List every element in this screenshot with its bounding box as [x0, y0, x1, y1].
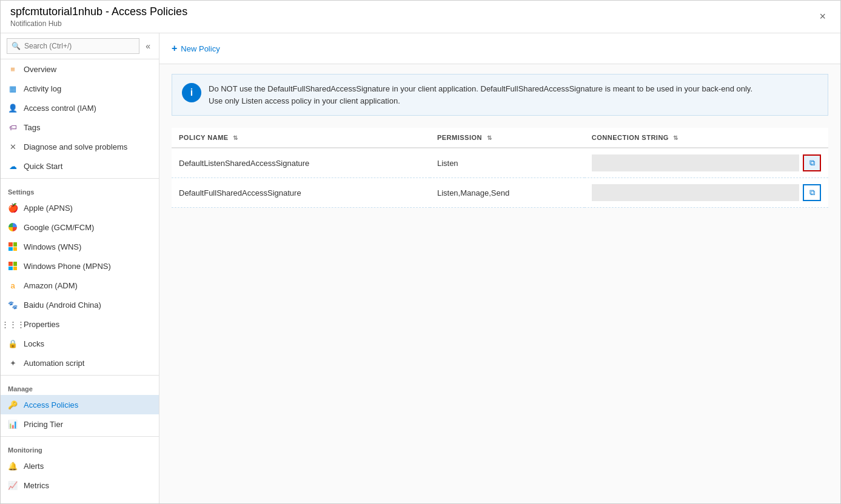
policy-name-cell-1: DefaultListenSharedAccessSignature	[172, 148, 430, 178]
sidebar-item-baidu[interactable]: 🐾 Baidu (Android China)	[1, 295, 159, 314]
permission-cell-1: Listen	[430, 148, 585, 178]
sidebar-label-tags: Tags	[24, 123, 40, 132]
tags-icon: 🏷	[8, 122, 18, 132]
sort-icon-connection-string[interactable]: ⇅	[673, 134, 678, 141]
windows-wns-icon	[8, 242, 18, 251]
search-container: 🔍 «	[1, 33, 159, 59]
sidebar-item-apple[interactable]: 🍎 Apple (APNS)	[1, 198, 159, 217]
sidebar-label-windows-wns: Windows (WNS)	[24, 242, 81, 251]
sidebar-label-overview: Overview	[24, 65, 56, 74]
sidebar-divider-3	[1, 436, 159, 437]
activity-log-icon: ▦	[8, 84, 18, 93]
section-label-manage: Manage	[1, 378, 159, 395]
section-label-monitoring: Monitoring	[1, 439, 159, 456]
conn-string-input-2[interactable]	[592, 184, 799, 201]
sidebar-label-activity-log: Activity log	[24, 84, 61, 93]
sidebar-label-locks: Locks	[24, 339, 44, 348]
sidebar-label-baidu: Baidu (Android China)	[24, 300, 101, 310]
apple-icon: 🍎	[8, 203, 18, 213]
conn-string-input-1[interactable]	[592, 154, 799, 171]
sidebar-label-windows-phone: Windows Phone (MPNS)	[24, 262, 111, 271]
sidebar-label-google: Google (GCM/FCM)	[24, 223, 94, 232]
close-button[interactable]: ×	[814, 8, 831, 25]
col-policy-name: POLICY NAME ⇅	[172, 128, 430, 148]
policy-name-cell-2: DefaultFullSharedAccessSignature	[172, 178, 430, 208]
sidebar-item-pricing-tier[interactable]: 📊 Pricing Tier	[1, 414, 159, 434]
alerts-icon: 🔔	[8, 461, 18, 471]
sort-icon-permission[interactable]: ⇅	[487, 134, 492, 141]
sidebar-item-access-policies[interactable]: 🔑 Access Policies	[1, 395, 159, 414]
sidebar-divider-2	[1, 375, 159, 376]
content-body: i Do NOT use the DefaultFullSharedAccess…	[159, 64, 840, 503]
permission-cell-2: Listen,Manage,Send	[430, 178, 585, 208]
sidebar-divider-1	[1, 178, 159, 179]
copy-button-2[interactable]: ⧉	[803, 184, 821, 201]
search-input[interactable]	[7, 38, 139, 54]
col-label-connection-string: CONNECTION STRING	[592, 134, 669, 141]
sidebar-label-access-control: Access control (IAM)	[24, 104, 96, 113]
sidebar-item-windows-wns[interactable]: Windows (WNS)	[1, 237, 159, 256]
metrics-icon: 📈	[8, 480, 18, 490]
sidebar-item-metrics[interactable]: 📈 Metrics	[1, 476, 159, 495]
sidebar-item-windows-phone[interactable]: Windows Phone (MPNS)	[1, 256, 159, 276]
copy-icon-1: ⧉	[809, 158, 815, 168]
sidebar-item-alerts[interactable]: 🔔 Alerts	[1, 456, 159, 476]
info-text: Do NOT use the DefaultFullSharedAccessSi…	[209, 83, 752, 107]
sidebar-item-diagnose[interactable]: ✕ Diagnose and solve problems	[1, 137, 159, 156]
col-connection-string: CONNECTION STRING ⇅	[585, 128, 828, 148]
sidebar-label-automation: Automation script	[24, 359, 84, 368]
sidebar-item-locks[interactable]: 🔒 Locks	[1, 334, 159, 353]
key-icon: 🔑	[8, 400, 18, 409]
main-layout: 🔍 « ≡ Overview ▦ Activity log 👤 Access c…	[1, 33, 840, 503]
sidebar-label-metrics: Metrics	[24, 481, 49, 490]
sidebar-item-automation[interactable]: ✦ Automation script	[1, 353, 159, 373]
title-bar: spfcmtutorial1nhub - Access Policies Not…	[1, 1, 840, 33]
app-window: spfcmtutorial1nhub - Access Policies Not…	[0, 0, 841, 504]
amazon-icon: a	[8, 280, 18, 290]
title-bar-left: spfcmtutorial1nhub - Access Policies Not…	[10, 5, 187, 28]
sidebar: 🔍 « ≡ Overview ▦ Activity log 👤 Access c…	[1, 33, 159, 503]
sidebar-item-properties[interactable]: ⋮⋮⋮ Properties	[1, 314, 159, 334]
iam-icon: 👤	[8, 103, 18, 113]
connection-string-cell-2: ⧉	[585, 178, 828, 208]
col-label-policy-name: POLICY NAME	[179, 134, 229, 141]
automation-icon: ✦	[8, 358, 18, 368]
sidebar-label-pricing-tier: Pricing Tier	[24, 420, 63, 429]
table-header-row: POLICY NAME ⇅ PERMISSION ⇅ CONNECTION ST…	[172, 128, 828, 148]
col-label-permission: PERMISSION	[437, 134, 482, 141]
info-line1: Do NOT use the DefaultFullSharedAccessSi…	[209, 84, 752, 93]
copy-button-1[interactable]: ⧉	[803, 154, 821, 171]
sidebar-item-quickstart[interactable]: ☁ Quick Start	[1, 156, 159, 176]
section-label-settings: Settings	[1, 181, 159, 198]
sidebar-item-access-control[interactable]: 👤 Access control (IAM)	[1, 98, 159, 118]
sidebar-label-quickstart: Quick Start	[24, 162, 62, 171]
collapse-sidebar-button[interactable]: «	[143, 40, 153, 52]
sidebar-label-diagnose: Diagnose and solve problems	[24, 142, 127, 151]
overview-icon: ≡	[8, 64, 18, 74]
sidebar-label-amazon: Amazon (ADM)	[24, 281, 78, 290]
table-row: DefaultListenSharedAccessSignature Liste…	[172, 148, 828, 178]
sidebar-item-activity-log[interactable]: ▦ Activity log	[1, 79, 159, 98]
sidebar-item-amazon[interactable]: a Amazon (ADM)	[1, 276, 159, 295]
table-row: DefaultFullSharedAccessSignature Listen,…	[172, 178, 828, 208]
sidebar-label-apple: Apple (APNS)	[24, 204, 73, 213]
new-policy-button[interactable]: + New Policy	[172, 41, 220, 56]
locks-icon: 🔒	[8, 339, 18, 348]
connection-string-cell-1: ⧉	[585, 148, 828, 178]
sidebar-item-tags[interactable]: 🏷 Tags	[1, 118, 159, 137]
sidebar-item-google[interactable]: Google (GCM/FCM)	[1, 217, 159, 237]
sidebar-item-overview[interactable]: ≡ Overview	[1, 59, 159, 79]
window-title: spfcmtutorial1nhub - Access Policies	[10, 5, 187, 18]
sidebar-label-access-policies: Access Policies	[24, 400, 78, 409]
info-icon: i	[182, 83, 201, 102]
plus-icon: +	[172, 43, 177, 54]
content-header: + New Policy	[159, 33, 840, 64]
new-policy-label: New Policy	[181, 44, 219, 53]
policy-table: POLICY NAME ⇅ PERMISSION ⇅ CONNECTION ST…	[172, 128, 828, 208]
baidu-icon: 🐾	[8, 300, 18, 310]
sidebar-label-alerts: Alerts	[24, 462, 44, 471]
sort-icon-policy-name[interactable]: ⇅	[233, 134, 238, 141]
pricing-icon: 📊	[8, 419, 18, 429]
info-banner: i Do NOT use the DefaultFullSharedAccess…	[172, 74, 828, 116]
copy-icon-2: ⧉	[809, 188, 815, 197]
